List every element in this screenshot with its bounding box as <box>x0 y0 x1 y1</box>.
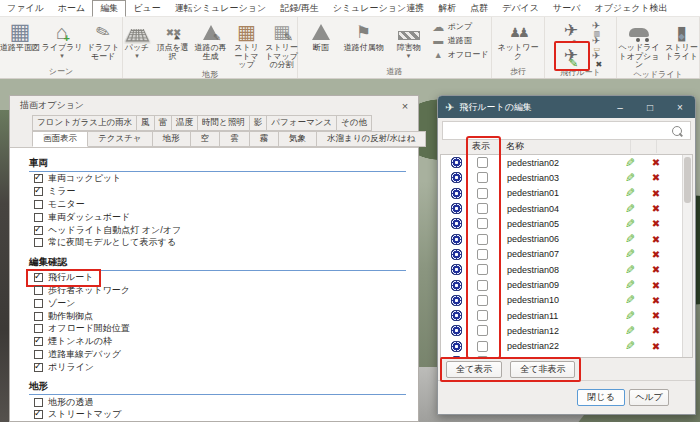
ribbon-button-road-surface[interactable]: 道路面 <box>432 34 489 47</box>
visibility-eye-icon[interactable] <box>450 279 463 292</box>
ribbon-button-street-map-split[interactable]: ストリートマップの分割 <box>264 18 300 70</box>
ribbon-button-vertex-select[interactable]: 頂点を選択 <box>155 18 191 70</box>
visibility-eye-icon[interactable] <box>450 294 463 307</box>
edit-route-icon[interactable]: ✎ <box>625 339 635 353</box>
tab-影[interactable]: 影 <box>249 115 268 131</box>
visibility-eye-icon[interactable] <box>450 171 463 184</box>
visibility-eye-icon[interactable] <box>450 156 463 169</box>
checkbox-item[interactable]: 動作制御点 <box>29 310 410 322</box>
checkbox-item[interactable]: 常に夜間モデルとして表示する <box>29 237 410 249</box>
delete-route-icon[interactable]: ✖ <box>652 157 660 168</box>
visibility-eye-icon[interactable] <box>450 340 463 353</box>
ribbon-button-flight-route-new[interactable] <box>556 18 586 43</box>
visibility-eye-icon[interactable] <box>450 217 463 230</box>
tab-霧[interactable]: 霧 <box>249 131 280 147</box>
ribbon-button-patch[interactable]: パッチ▾ <box>121 18 154 70</box>
draw-options-titlebar[interactable]: 描画オプション × <box>10 96 418 115</box>
visibility-eye-icon[interactable] <box>450 309 463 322</box>
route-visibility-checkbox[interactable] <box>477 234 488 245</box>
delete-route-icon[interactable]: ✖ <box>652 249 660 260</box>
tab-時間と照明[interactable]: 時間と照明 <box>197 115 250 131</box>
tab-水溜まりの反射/水はね[interactable]: 水溜まりの反射/水はね <box>316 131 426 147</box>
tab-画面表示[interactable]: 画面表示 <box>32 131 88 147</box>
checkbox[interactable] <box>34 363 43 372</box>
tab-雷[interactable]: 雷 <box>154 115 173 131</box>
route-visibility-checkbox[interactable] <box>477 203 488 214</box>
edit-route-icon[interactable]: ✎ <box>625 247 635 261</box>
visibility-eye-icon[interactable] <box>450 233 463 246</box>
checkbox[interactable] <box>34 213 43 222</box>
tab-風[interactable]: 風 <box>136 115 155 131</box>
edit-route-icon[interactable]: ✎ <box>625 217 635 231</box>
ribbon-button-street-light[interactable]: ストリートライト <box>663 18 700 70</box>
minimize-icon[interactable]: – <box>605 96 635 118</box>
menu-tab-device[interactable]: デバイス <box>495 1 546 16</box>
close-icon[interactable]: × <box>665 96 695 118</box>
checkbox-item[interactable]: 地形の透過 <box>29 396 410 408</box>
menu-tab-simulation-link[interactable]: シミュレーション連携 <box>326 1 431 16</box>
ribbon-button-street-map[interactable]: ストリートマップ <box>231 18 263 70</box>
route-visibility-checkbox[interactable] <box>477 280 488 291</box>
edit-route-icon[interactable]: ✎ <box>625 309 635 323</box>
ribbon-button-obstacle[interactable]: 障害物▾ <box>387 18 431 67</box>
tab-フロントガラス上の雨水[interactable]: フロントガラス上の雨水 <box>32 115 137 131</box>
checkbox-item[interactable]: モニター <box>29 199 410 211</box>
tab-地形[interactable]: 地形 <box>152 131 191 147</box>
tab-パフォーマンス[interactable]: パフォーマンス <box>266 115 337 131</box>
delete-route-icon[interactable]: ✖ <box>652 234 660 245</box>
menu-tab-analysis[interactable]: 解析 <box>431 1 463 16</box>
ribbon-button-flight-route-edit[interactable] <box>556 43 586 68</box>
menu-tab-edit[interactable]: 編集 <box>92 0 126 17</box>
help-button[interactable]: ヘルプ <box>629 389 669 406</box>
checkbox[interactable] <box>34 286 43 295</box>
delete-route-icon[interactable]: ✖ <box>652 295 660 306</box>
checkbox[interactable] <box>34 226 43 235</box>
route-visibility-checkbox[interactable] <box>477 172 488 183</box>
edit-route-icon[interactable]: ✎ <box>625 186 635 200</box>
ribbon-button-flight-route-delete[interactable] <box>587 48 605 63</box>
flight-route-titlebar[interactable]: ✈ 飛行ルートの編集 – □ × <box>438 96 695 118</box>
scrollbar-thumb[interactable] <box>684 157 691 203</box>
checkbox[interactable] <box>34 273 43 282</box>
checkbox[interactable] <box>34 174 43 183</box>
visibility-eye-icon[interactable] <box>450 248 463 261</box>
tab-雲[interactable]: 雲 <box>219 131 250 147</box>
checkbox-item[interactable]: オフロード開始位置 <box>29 323 410 335</box>
menu-tab-home[interactable]: ホーム <box>51 1 92 16</box>
route-visibility-checkbox[interactable] <box>477 295 488 306</box>
maximize-icon[interactable]: □ <box>635 96 665 118</box>
checkbox[interactable] <box>34 410 43 419</box>
hide-all-button[interactable]: 全て非表示 <box>510 361 575 378</box>
route-visibility-checkbox[interactable] <box>477 325 488 336</box>
ribbon-button-library[interactable]: ライブラリ▾ <box>41 18 83 67</box>
delete-route-icon[interactable]: ✖ <box>652 218 660 229</box>
delete-route-icon[interactable]: ✖ <box>652 203 660 214</box>
checkbox[interactable] <box>34 299 43 308</box>
menu-tab-driving-simulation[interactable]: 運転シミュレーション <box>168 1 273 16</box>
route-visibility-checkbox[interactable] <box>477 249 488 260</box>
edit-route-icon[interactable]: ✎ <box>625 293 635 307</box>
route-visibility-checkbox[interactable] <box>477 218 488 229</box>
route-visibility-checkbox[interactable] <box>477 157 488 168</box>
menu-tab-view[interactable]: ビュー <box>126 1 167 16</box>
menu-tab-point-cloud[interactable]: 点群 <box>463 1 495 16</box>
route-visibility-checkbox[interactable] <box>477 264 488 275</box>
checkbox[interactable] <box>34 324 43 333</box>
route-visibility-checkbox[interactable] <box>477 310 488 321</box>
checkbox-item[interactable]: ヘッドライト自動点灯 オン/オフ <box>29 224 410 236</box>
ribbon-button-offroad[interactable]: オフロード <box>432 48 489 61</box>
route-visibility-checkbox[interactable] <box>477 188 488 199</box>
visibility-eye-icon[interactable] <box>450 202 463 215</box>
ribbon-button-cross-section[interactable]: 断面 <box>301 18 341 67</box>
route-list-scrollbar[interactable] <box>682 155 692 357</box>
delete-route-icon[interactable]: ✖ <box>652 356 660 358</box>
checkbox[interactable] <box>34 398 43 407</box>
checkbox[interactable] <box>34 312 43 321</box>
show-all-button[interactable]: 全て表示 <box>446 361 502 378</box>
ribbon-button-headlight-options[interactable]: ヘッドライトオプション <box>616 18 662 70</box>
delete-route-icon[interactable]: ✖ <box>652 264 660 275</box>
checkbox-item[interactable]: 車両ダッシュボード <box>29 211 410 223</box>
delete-route-icon[interactable]: ✖ <box>652 310 660 321</box>
tab-テクスチャ[interactable]: テクスチャ <box>87 131 153 147</box>
visibility-eye-icon[interactable] <box>450 324 463 337</box>
